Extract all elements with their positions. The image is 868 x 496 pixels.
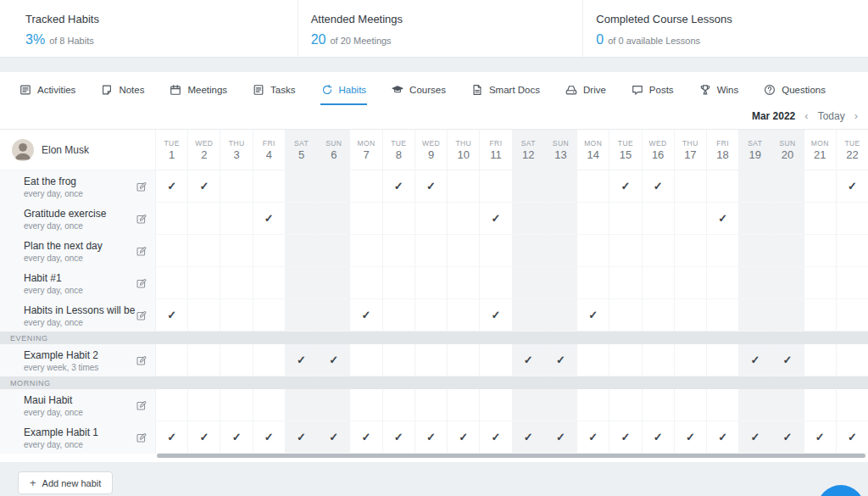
habit-day-cell[interactable]: ✓ <box>349 299 381 332</box>
habit-day-cell[interactable] <box>609 344 641 376</box>
habit-day-cell[interactable] <box>349 267 381 299</box>
habit-day-cell[interactable]: ✓ <box>771 344 803 376</box>
habit-day-cell[interactable] <box>706 267 738 299</box>
habit-day-cell[interactable]: ✓ <box>642 170 674 203</box>
habit-day-cell[interactable]: ✓ <box>285 344 317 376</box>
habit-day-cell[interactable] <box>642 203 674 235</box>
edit-habit-icon[interactable] <box>136 214 147 225</box>
habit-day-cell[interactable] <box>349 344 381 376</box>
habit-day-cell[interactable] <box>706 299 738 332</box>
today-button[interactable]: Today <box>818 110 845 122</box>
tab-wins[interactable]: Wins <box>698 84 740 105</box>
habit-day-cell[interactable] <box>317 203 349 235</box>
habit-day-cell[interactable] <box>836 299 868 332</box>
habit-day-cell[interactable] <box>187 389 220 421</box>
habit-day-cell[interactable] <box>382 389 415 421</box>
habit-day-cell[interactable] <box>544 170 576 203</box>
habit-day-cell[interactable] <box>382 203 415 235</box>
habit-day-cell[interactable] <box>804 203 836 235</box>
prev-period-button[interactable]: ‹ <box>804 109 808 122</box>
habit-day-cell[interactable] <box>771 170 803 203</box>
habit-day-cell[interactable] <box>576 267 609 299</box>
habit-day-cell[interactable]: ✓ <box>576 299 609 332</box>
habit-day-cell[interactable]: ✓ <box>836 421 868 454</box>
habit-day-cell[interactable] <box>836 389 868 421</box>
habit-day-cell[interactable] <box>447 203 479 235</box>
horizontal-scrollbar[interactable] <box>157 454 865 458</box>
habit-day-cell[interactable] <box>447 170 479 203</box>
habit-day-cell[interactable]: ✓ <box>253 203 285 235</box>
habit-day-cell[interactable] <box>706 344 738 376</box>
habit-day-cell[interactable] <box>479 235 511 267</box>
habit-day-cell[interactable] <box>220 299 252 332</box>
habit-day-cell[interactable] <box>738 170 771 203</box>
habit-day-cell[interactable] <box>155 344 187 376</box>
habit-day-cell[interactable] <box>220 203 252 235</box>
habit-day-cell[interactable]: ✓ <box>609 170 641 203</box>
habit-day-cell[interactable]: ✓ <box>738 344 771 376</box>
habit-day-cell[interactable] <box>220 389 252 421</box>
habit-day-cell[interactable] <box>253 389 285 421</box>
habit-day-cell[interactable]: ✓ <box>836 170 868 203</box>
habit-day-cell[interactable]: ✓ <box>187 421 220 454</box>
habit-day-cell[interactable] <box>479 389 511 421</box>
habit-day-cell[interactable] <box>674 299 706 332</box>
edit-habit-icon[interactable] <box>136 432 147 443</box>
habit-day-cell[interactable] <box>285 170 317 203</box>
habit-day-cell[interactable]: ✓ <box>187 170 220 203</box>
edit-habit-icon[interactable] <box>136 278 147 289</box>
habit-day-cell[interactable] <box>415 267 447 299</box>
habit-day-cell[interactable]: ✓ <box>706 421 738 454</box>
habit-day-cell[interactable] <box>804 170 836 203</box>
habit-day-cell[interactable] <box>804 299 836 332</box>
habit-day-cell[interactable] <box>738 235 771 267</box>
habit-day-cell[interactable]: ✓ <box>609 421 641 454</box>
habit-day-cell[interactable] <box>642 267 674 299</box>
habit-day-cell[interactable] <box>836 203 868 235</box>
habit-day-cell[interactable] <box>220 267 252 299</box>
habit-day-cell[interactable] <box>447 267 479 299</box>
habit-day-cell[interactable] <box>512 203 544 235</box>
habit-day-cell[interactable] <box>317 267 349 299</box>
habit-day-cell[interactable] <box>253 299 285 332</box>
habit-day-cell[interactable] <box>512 235 544 267</box>
habit-day-cell[interactable] <box>512 267 544 299</box>
habit-day-cell[interactable] <box>220 235 252 267</box>
habit-day-cell[interactable] <box>674 203 706 235</box>
habit-day-cell[interactable]: ✓ <box>253 421 285 454</box>
habit-day-cell[interactable] <box>576 170 609 203</box>
habit-day-cell[interactable]: ✓ <box>512 421 544 454</box>
habit-day-cell[interactable] <box>576 389 609 421</box>
habit-day-cell[interactable]: ✓ <box>479 421 511 454</box>
habit-day-cell[interactable]: ✓ <box>544 344 576 376</box>
habit-day-cell[interactable] <box>479 170 511 203</box>
habit-day-cell[interactable] <box>544 235 576 267</box>
habit-day-cell[interactable] <box>642 389 674 421</box>
habit-day-cell[interactable] <box>674 235 706 267</box>
habit-day-cell[interactable] <box>609 389 641 421</box>
habit-day-cell[interactable]: ✓ <box>804 421 836 454</box>
habit-day-cell[interactable] <box>253 235 285 267</box>
edit-habit-icon[interactable] <box>136 181 147 192</box>
habit-day-cell[interactable]: ✓ <box>479 203 511 235</box>
habit-day-cell[interactable] <box>771 389 803 421</box>
tab-courses[interactable]: Courses <box>391 84 447 105</box>
habit-day-cell[interactable] <box>674 344 706 376</box>
habit-day-cell[interactable] <box>187 235 220 267</box>
habit-day-cell[interactable] <box>512 299 544 332</box>
habit-day-cell[interactable]: ✓ <box>674 421 706 454</box>
habit-day-cell[interactable] <box>706 389 738 421</box>
habit-day-cell[interactable] <box>447 299 479 332</box>
habit-day-cell[interactable] <box>609 203 641 235</box>
habit-day-cell[interactable] <box>220 170 252 203</box>
habit-day-cell[interactable] <box>771 267 803 299</box>
habit-day-cell[interactable] <box>738 267 771 299</box>
tab-activities[interactable]: Activities <box>19 84 76 105</box>
habit-day-cell[interactable] <box>836 267 868 299</box>
habit-day-cell[interactable] <box>317 299 349 332</box>
habit-day-cell[interactable] <box>447 235 479 267</box>
habit-day-cell[interactable] <box>642 344 674 376</box>
habit-day-cell[interactable] <box>382 235 415 267</box>
habit-day-cell[interactable]: ✓ <box>771 421 803 454</box>
habit-day-cell[interactable]: ✓ <box>155 170 187 203</box>
